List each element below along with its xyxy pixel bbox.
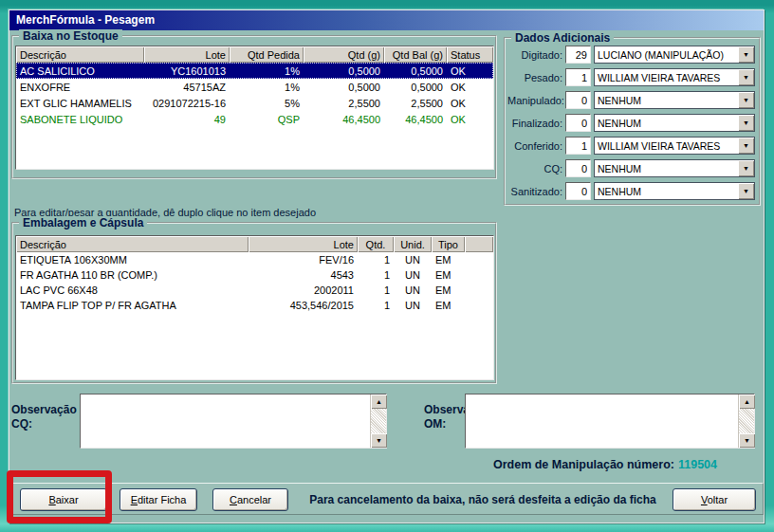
pesado-count-input[interactable] xyxy=(565,68,591,86)
order-label: Ordem de Manipulação número: xyxy=(493,458,674,471)
cell-status: OK xyxy=(447,95,493,111)
conferido-label: Conferido: xyxy=(507,140,562,152)
scroll-up-icon[interactable]: ▲ xyxy=(739,394,755,409)
scroll-down-icon[interactable]: ▼ xyxy=(371,433,387,448)
sanitizado-select[interactable]: NENHUM ▼ xyxy=(594,182,755,200)
cell-qtd: 1 xyxy=(358,298,394,313)
finalizado-select[interactable]: NENHUM ▼ xyxy=(594,114,755,132)
sanitizado-count-input[interactable] xyxy=(565,182,591,200)
cell-descricao: ETIQUETA 106X30MM xyxy=(16,252,249,267)
field-row-manipulado: Manipulado: NENHUM ▼ xyxy=(507,91,755,109)
table-row[interactable]: SABONETE LIQUIDO 49 QSP 46,4500 46,4500 … xyxy=(16,111,493,127)
cell-tipo: EM xyxy=(432,267,465,283)
dropdown-arrow-icon[interactable]: ▼ xyxy=(738,69,754,85)
group-baixa-no-estoque: Baixa no Estoque Descrição Lote Qtd Pedi… xyxy=(11,35,497,179)
scroll-up-icon[interactable]: ▲ xyxy=(371,394,387,409)
cell-lote: 2002011 xyxy=(249,283,358,298)
scrollbar[interactable]: ▲ ▼ xyxy=(738,394,754,448)
stock-col-status[interactable]: Status xyxy=(447,46,493,63)
cell-lote: YC1601013 xyxy=(144,63,230,79)
cell-qtd-g: 0,5000 xyxy=(304,63,384,79)
baixar-button[interactable]: Baixar xyxy=(20,488,107,511)
table-row[interactable]: ENXOFRE 45715AZ 1% 0,5000 0,5000 OK xyxy=(16,79,493,95)
app-window: MerchFórmula - Pesagem Baixa no Estoque … xyxy=(9,9,765,523)
pack-col-descricao[interactable]: Descrição xyxy=(16,236,249,252)
pesado-select[interactable]: WILLIAM VIEIRA TAVARES ▼ xyxy=(594,68,755,86)
window-title: MerchFórmula - Pesagem xyxy=(16,13,155,27)
group-embalagem-capsula: Embalagem e Cápsula Descrição Lote Qtd. … xyxy=(11,222,497,384)
field-row-digitado: Digitado: LUCIANO (MANIPULAÇÃO) ▼ xyxy=(507,46,755,64)
digitado-value: LUCIANO (MANIPULAÇÃO) xyxy=(595,49,738,61)
group-baixa-title: Baixa no Estoque xyxy=(19,29,122,43)
dados-fields: Digitado: LUCIANO (MANIPULAÇÃO) ▼ Pesado… xyxy=(506,39,759,204)
packaging-table[interactable]: Descrição Lote Qtd. Unid. Tipo ETIQUETA … xyxy=(15,235,494,380)
cell-lote: 4543 xyxy=(249,267,358,283)
cell-lote: FEV/16 xyxy=(249,252,358,267)
field-row-sanitizado: Sanitizado: NENHUM ▼ xyxy=(507,182,755,200)
observacao-om-input[interactable]: ▲ ▼ xyxy=(465,394,755,449)
cell-unid: UN xyxy=(394,283,432,298)
conferido-select[interactable]: WILLIAM VIEIRA TAVARES ▼ xyxy=(594,137,755,155)
pack-col-unid[interactable]: Unid. xyxy=(394,236,432,252)
stock-col-lote[interactable]: Lote xyxy=(144,46,230,63)
cancelar-button[interactable]: Cancelar xyxy=(212,488,288,511)
observacao-cq-input[interactable]: ▲ ▼ xyxy=(80,394,387,449)
table-row[interactable]: AC SALICILICO YC1601013 1% 0,5000 0,5000… xyxy=(16,63,493,79)
cell-status: OK xyxy=(447,79,493,95)
stock-col-qtd-bal-g[interactable]: Qtd Bal (g) xyxy=(384,46,447,63)
dropdown-arrow-icon[interactable]: ▼ xyxy=(738,160,754,176)
stock-table[interactable]: Descrição Lote Qtd Pedida Qtd (g) Qtd Ba… xyxy=(15,46,494,170)
editar-ficha-button[interactable]: Editar Ficha xyxy=(120,488,197,511)
cq-select[interactable]: NENHUM ▼ xyxy=(594,159,755,177)
pesado-value: WILLIAM VIEIRA TAVARES xyxy=(595,72,738,83)
cell-qtd-g: 2,5500 xyxy=(304,95,384,111)
pack-col-qtd[interactable]: Qtd. xyxy=(358,236,394,252)
pack-col-tipo[interactable]: Tipo xyxy=(432,236,465,252)
table-row[interactable]: LAC PVC 66X48 2002011 1 UN EM xyxy=(16,283,493,298)
conferido-count-input[interactable] xyxy=(565,137,591,155)
cell-status: OK xyxy=(447,111,493,127)
cell-lote: 0291072215-16 xyxy=(144,95,230,111)
manipulado-select[interactable]: NENHUM ▼ xyxy=(594,91,755,109)
title-bar[interactable]: MerchFórmula - Pesagem xyxy=(9,10,764,30)
cell-unid: UN xyxy=(394,267,432,283)
order-number-line: Ordem de Manipulação número:119504 xyxy=(459,458,717,471)
voltar-button[interactable]: Voltar xyxy=(673,488,756,511)
cell-qtd-bal-g: 0,5000 xyxy=(384,79,447,95)
stock-col-qtd-g[interactable]: Qtd (g) xyxy=(304,46,384,63)
finalizado-value: NENHUM xyxy=(595,118,738,129)
table-row[interactable]: EXT GLIC HAMAMELIS 0291072215-16 5% 2,55… xyxy=(16,95,493,111)
dropdown-arrow-icon[interactable]: ▼ xyxy=(738,115,754,131)
field-row-cq: CQ: NENHUM ▼ xyxy=(507,159,755,177)
dropdown-arrow-icon[interactable]: ▼ xyxy=(738,138,754,154)
digitado-select[interactable]: LUCIANO (MANIPULAÇÃO) ▼ xyxy=(594,46,755,64)
table-row[interactable]: FR AGATHA 110 BR (COMP.) 4543 1 UN EM xyxy=(16,267,493,283)
scrollbar[interactable]: ▲ ▼ xyxy=(370,394,386,448)
stock-grid: Descrição Lote Qtd Pedida Qtd (g) Qtd Ba… xyxy=(16,46,493,127)
cell-descricao: LAC PVC 66X48 xyxy=(16,283,249,298)
cell-descricao: EXT GLIC HAMAMELIS xyxy=(16,95,144,111)
cq-count-input[interactable] xyxy=(565,159,591,177)
cell-qtd-g: 0,5000 xyxy=(304,79,384,95)
cell-qtd-g: 46,4500 xyxy=(304,111,384,127)
group-dados-adicionais: Dados Adicionais Digitado: LUCIANO (MANI… xyxy=(504,37,761,206)
table-row[interactable]: TAMPA FLIP TOP P/ FR AGATHA 453,546/2015… xyxy=(16,298,493,313)
stock-col-qtd-pedida[interactable]: Qtd Pedida xyxy=(230,46,304,63)
manipulado-value: NENHUM xyxy=(595,95,738,106)
digitado-count-input[interactable] xyxy=(565,46,591,64)
scroll-down-icon[interactable]: ▼ xyxy=(739,433,755,448)
dropdown-arrow-icon[interactable]: ▼ xyxy=(738,183,754,199)
cell-qtd-bal-g: 46,4500 xyxy=(384,111,447,127)
sanitizado-label: Sanitizado: xyxy=(507,186,562,197)
field-row-pesado: Pesado: WILLIAM VIEIRA TAVARES ▼ xyxy=(507,68,755,86)
cell-unid: UN xyxy=(394,252,432,267)
finalizado-count-input[interactable] xyxy=(565,114,591,132)
dropdown-arrow-icon[interactable]: ▼ xyxy=(738,92,754,108)
sanitizado-value: NENHUM xyxy=(595,186,738,197)
pack-col-lote[interactable]: Lote xyxy=(249,236,358,252)
dropdown-arrow-icon[interactable]: ▼ xyxy=(738,46,754,63)
table-row[interactable]: ETIQUETA 106X30MM FEV/16 1 UN EM xyxy=(16,252,493,267)
manipulado-count-input[interactable] xyxy=(565,91,591,109)
stock-col-descricao[interactable]: Descrição xyxy=(16,46,144,63)
cell-descricao: SABONETE LIQUIDO xyxy=(16,111,144,127)
